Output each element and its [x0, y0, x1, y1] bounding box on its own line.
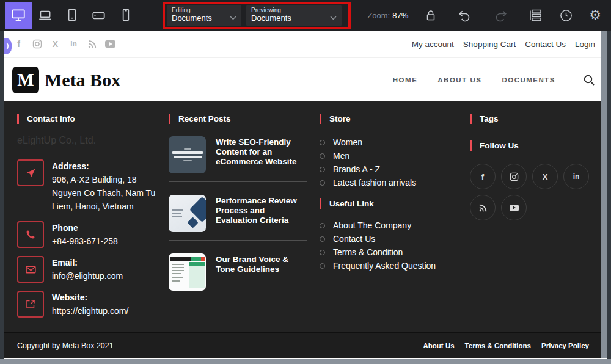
device-desktop-button[interactable]: [5, 2, 32, 29]
useful-link-label: Contact Us: [333, 234, 375, 244]
company-name: eLightUp Co., Ltd.: [17, 135, 169, 146]
settings-button[interactable]: ⚙: [589, 9, 601, 22]
useful-link-label: Terms & Condition: [333, 247, 403, 257]
nav-about-us[interactable]: ABOUT US: [437, 76, 481, 84]
post-thumbnail: [169, 253, 206, 291]
recent-post-item[interactable]: Our Brand Voice & Tone Guidelines: [169, 253, 307, 291]
bottom-links: About Us Terms & Conditions Privacy Poli…: [423, 342, 589, 349]
chevron-down-icon: [330, 16, 337, 20]
contact-address-item: Address: 906, A-X2 Building, 18 Nguyen C…: [17, 159, 169, 213]
redo-button[interactable]: [494, 9, 508, 22]
store-link-latest[interactable]: Latest fashion arrivals: [320, 176, 470, 189]
device-laptop-button[interactable]: [32, 2, 59, 29]
footer-links-column: Store Women Men Brands A - Z Latest fash…: [320, 114, 470, 332]
x-icon[interactable]: X: [50, 39, 60, 49]
instagram-icon[interactable]: [501, 164, 527, 189]
previewing-mode-dropdown[interactable]: Previewing Documents: [246, 5, 342, 26]
post-divider: [169, 181, 307, 182]
contact-email-item: Email: info@elightup.com: [17, 256, 169, 283]
annotation-highlight-box: Editing Documents Previewing Documents: [163, 2, 351, 29]
store-link-brands[interactable]: Brands A - Z: [320, 162, 470, 176]
recent-post-item[interactable]: Performance Review Process and Evaluatio…: [169, 195, 307, 232]
nav-home[interactable]: HOME: [393, 76, 418, 84]
device-mobile-portrait-button[interactable]: [112, 2, 139, 29]
store-link-men[interactable]: Men: [320, 149, 470, 162]
store-link-label: Brands A - Z: [333, 164, 380, 174]
recent-post-item[interactable]: Write SEO-Friendly Content for an eComme…: [169, 136, 307, 173]
email-label: Email:: [52, 256, 123, 269]
undo-button[interactable]: [457, 9, 472, 22]
chevron-down-icon: [230, 16, 236, 20]
shopping-cart-link[interactable]: Shopping Cart: [463, 40, 516, 49]
history-button[interactable]: [559, 9, 573, 23]
useful-link-terms[interactable]: Terms & Condition: [320, 246, 470, 259]
store-link-women[interactable]: Women: [320, 136, 470, 149]
laptop-icon: [37, 7, 53, 23]
bottom-link-terms[interactable]: Terms & Conditions: [465, 342, 531, 349]
rss-icon[interactable]: [470, 195, 496, 220]
site-preview-canvas: f X in My account Shopping Cart Contact …: [4, 31, 607, 358]
circle-bullet-icon: [320, 167, 325, 172]
main-nav: HOME ABOUT US DOCUMENTS: [393, 74, 595, 86]
search-icon: [583, 74, 595, 86]
editor-window: Editing Documents Previewing Documents: [0, 0, 611, 364]
youtube-icon[interactable]: [501, 195, 527, 220]
store-link-label: Latest fashion arrivals: [333, 178, 416, 187]
envelope-icon: [17, 256, 44, 283]
follow-us-heading: Follow Us: [470, 140, 601, 151]
contact-website-item: Website: https://elightup.com/: [17, 291, 169, 318]
site-logo[interactable]: M Meta Box: [12, 67, 120, 93]
site-footer: Contact Info eLightUp Co., Ltd. Address:…: [4, 101, 601, 332]
post-title: Our Brand Voice & Tone Guidelines: [216, 253, 307, 291]
circle-bullet-icon: [320, 250, 325, 255]
address-line: Nguyen Co Thach, Nam Tu: [52, 186, 155, 200]
previewing-dropdown-label: Previewing: [251, 7, 337, 13]
rss-icon[interactable]: [87, 39, 97, 49]
external-link-icon: [17, 291, 44, 318]
zoom-label: Zoom:: [367, 11, 390, 20]
circle-bullet-icon: [320, 180, 325, 186]
lock-button[interactable]: [424, 9, 437, 22]
useful-link-faq[interactable]: Frequently Asked Question: [320, 259, 470, 272]
revision-list-button[interactable]: [528, 9, 543, 22]
device-mobile-landscape-button[interactable]: [86, 2, 112, 29]
useful-link-label: Frequently Asked Question: [333, 261, 436, 271]
website-page: f X in My account Shopping Cart Contact …: [4, 31, 601, 358]
linkedin-icon[interactable]: in: [68, 39, 79, 49]
useful-link-contact[interactable]: Contact Us: [320, 232, 470, 246]
follow-social-row: f X in: [470, 164, 598, 220]
footer-contact-column: Contact Info eLightUp Co., Ltd. Address:…: [17, 114, 169, 332]
my-account-link[interactable]: My account: [412, 40, 454, 49]
location-arrow-icon: [17, 159, 44, 186]
editing-dropdown-value: Documents: [172, 13, 212, 23]
nav-documents[interactable]: DOCUMENTS: [502, 76, 555, 84]
circle-bullet-icon: [320, 263, 325, 269]
site-utility-bar: f X in My account Shopping Cart Contact …: [4, 31, 601, 58]
post-thumbnail: [169, 136, 206, 173]
circle-bullet-icon: [320, 236, 325, 242]
instagram-icon[interactable]: [32, 39, 42, 49]
preview-scrollbar[interactable]: [601, 31, 607, 358]
useful-link-label: About The Company: [333, 220, 411, 230]
website-value: https://elightup.com/: [52, 304, 128, 318]
youtube-icon[interactable]: [105, 39, 115, 49]
useful-link-about[interactable]: About The Company: [320, 219, 470, 232]
bottom-link-privacy[interactable]: Privacy Policy: [541, 342, 589, 349]
contact-us-link[interactable]: Contact Us: [525, 40, 566, 49]
login-link[interactable]: Login: [575, 40, 595, 49]
post-divider: [169, 240, 307, 241]
x-icon[interactable]: X: [532, 164, 558, 189]
bottom-link-about-us[interactable]: About Us: [423, 342, 454, 349]
editing-mode-dropdown[interactable]: Editing Documents: [167, 5, 241, 26]
linkedin-icon[interactable]: in: [563, 164, 589, 189]
redo-icon: [494, 9, 508, 22]
logo-text: Meta Box: [45, 70, 120, 90]
contact-heading: Contact Info: [17, 114, 169, 124]
topbar-social-row: f X in: [13, 39, 115, 49]
zoom-value: 87%: [392, 11, 408, 20]
search-button[interactable]: [583, 74, 595, 86]
footer-follow-column: Tags Follow Us f X in: [470, 114, 601, 332]
facebook-icon[interactable]: f: [13, 39, 24, 49]
facebook-icon[interactable]: f: [470, 164, 496, 189]
device-tablet-button[interactable]: [59, 2, 86, 29]
